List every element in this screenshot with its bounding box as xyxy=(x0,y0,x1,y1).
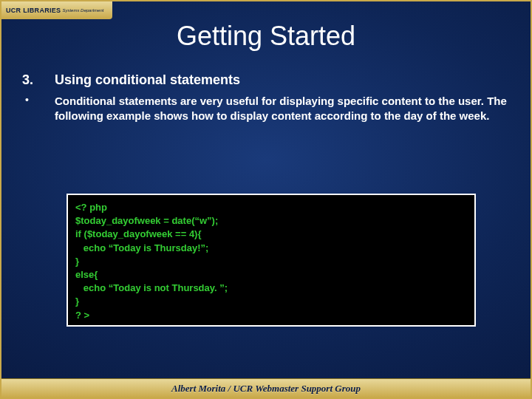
logo-bar: UCR LIBRARIES Systems Department xyxy=(1,1,112,19)
item-subtitle: Using conditional statements xyxy=(55,72,240,88)
item-number: 3. xyxy=(22,72,55,88)
code-block: <? php $today_dayofweek = date(“w”); if … xyxy=(66,194,476,327)
footer-text: Albert Morita / UCR Webmaster Support Gr… xyxy=(171,383,361,395)
logo-sub: Systems Department xyxy=(62,8,103,13)
list-item-heading: 3. Using conditional statements xyxy=(22,72,510,88)
slide-content: 3. Using conditional statements • Condit… xyxy=(22,72,510,130)
slide-title: Getting Started xyxy=(1,21,531,52)
item-description: Conditional statements are very useful f… xyxy=(55,94,510,124)
logo-main: UCR LIBRARIES xyxy=(6,7,61,14)
list-item-description: • Conditional statements are very useful… xyxy=(22,94,510,124)
footer-bar: Albert Morita / UCR Webmaster Support Gr… xyxy=(1,378,531,398)
bullet-icon: • xyxy=(22,94,55,124)
